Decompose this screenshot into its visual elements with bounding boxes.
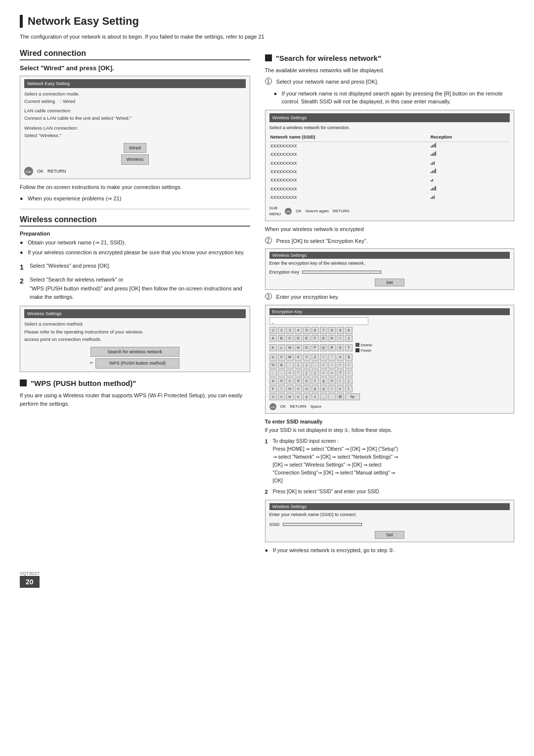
key-rparen[interactable]: ) bbox=[303, 362, 311, 369]
key-Z[interactable]: Z bbox=[312, 354, 319, 361]
key-star[interactable]: * bbox=[295, 370, 302, 377]
key-v[interactable]: v bbox=[278, 393, 285, 400]
key-S[interactable]: S bbox=[337, 344, 344, 351]
delete-btn-label[interactable]: Delete bbox=[361, 343, 372, 347]
key-![interactable]: ! bbox=[320, 354, 327, 361]
key-a[interactable]: a bbox=[269, 378, 277, 384]
key-1[interactable]: 1 bbox=[269, 327, 277, 334]
key-9[interactable]: 9 bbox=[337, 327, 344, 334]
key-u[interactable]: u bbox=[269, 393, 277, 400]
key-w[interactable]: w bbox=[286, 393, 294, 400]
key-D[interactable]: D bbox=[295, 335, 302, 342]
key-U[interactable]: U bbox=[269, 354, 277, 361]
key-quote[interactable]: " bbox=[328, 354, 336, 361]
key-3[interactable]: 3 bbox=[286, 327, 294, 334]
key-underscore[interactable]: _ bbox=[320, 393, 327, 400]
key-d[interactable]: d bbox=[295, 378, 302, 384]
key-6[interactable]: 6 bbox=[312, 327, 319, 334]
search-wireless-btn[interactable]: Search for wireless network bbox=[90, 347, 179, 357]
key-N[interactable]: N bbox=[295, 344, 302, 351]
key-P[interactable]: P bbox=[312, 344, 319, 351]
key-5[interactable]: 5 bbox=[303, 327, 311, 334]
key-lt[interactable]: < bbox=[320, 370, 327, 377]
key-tilde[interactable]: ~ bbox=[328, 362, 336, 369]
key-c[interactable]: c bbox=[286, 378, 294, 384]
key-Q[interactable]: Q bbox=[320, 344, 327, 351]
enc-set-btn[interactable]: Set bbox=[375, 279, 404, 286]
key-e[interactable]: e bbox=[303, 378, 311, 384]
key-n[interactable]: n bbox=[295, 385, 302, 392]
key-s[interactable]: s bbox=[337, 385, 344, 392]
key-b[interactable]: b bbox=[278, 378, 285, 384]
key-colon[interactable]: : bbox=[278, 370, 285, 377]
key-f[interactable]: f bbox=[312, 378, 319, 384]
key-at[interactable]: @ bbox=[337, 393, 344, 400]
key-I[interactable]: I bbox=[337, 335, 344, 342]
enc-key-field[interactable] bbox=[302, 271, 381, 274]
key-rbracket[interactable]: ] bbox=[312, 370, 319, 377]
key-2[interactable]: 2 bbox=[278, 327, 285, 334]
wired-btn[interactable]: Wired bbox=[124, 143, 146, 153]
key-gt[interactable]: > bbox=[328, 370, 336, 377]
ssid-set-btn[interactable]: Set bbox=[375, 531, 404, 539]
key-J[interactable]: J bbox=[345, 335, 353, 342]
key-semi[interactable]: ; bbox=[269, 370, 277, 377]
key-backslash[interactable]: \ bbox=[345, 362, 353, 369]
key-y[interactable]: y bbox=[303, 393, 311, 400]
key-G[interactable]: G bbox=[320, 335, 327, 342]
key-8[interactable]: 8 bbox=[328, 327, 336, 334]
key-space[interactable]: Sp bbox=[345, 393, 360, 400]
key-l[interactable]: l bbox=[278, 385, 285, 392]
key-apos[interactable]: ' bbox=[286, 362, 294, 369]
wireless-btn[interactable]: Wireless bbox=[121, 154, 149, 164]
key-o[interactable]: o bbox=[303, 385, 311, 392]
key-M[interactable]: M bbox=[286, 344, 294, 351]
key-caret[interactable]: ^ bbox=[337, 362, 344, 369]
key-lbracket[interactable]: [ bbox=[303, 370, 311, 377]
key-h[interactable]: h bbox=[328, 378, 336, 384]
key-V[interactable]: V bbox=[278, 354, 285, 361]
key-slash[interactable]: / bbox=[345, 370, 353, 377]
key-H[interactable]: H bbox=[328, 335, 336, 342]
key-equal[interactable]: = bbox=[320, 362, 327, 369]
key-amp[interactable]: & bbox=[278, 362, 285, 369]
key-hash[interactable]: # bbox=[337, 354, 344, 361]
key-question[interactable]: ? bbox=[337, 370, 344, 377]
key-7[interactable]: 7 bbox=[320, 327, 327, 334]
key-x[interactable]: x bbox=[295, 393, 302, 400]
key-K[interactable]: K bbox=[269, 344, 277, 351]
key-plus[interactable]: + bbox=[286, 370, 294, 377]
key-B[interactable]: B bbox=[278, 335, 285, 342]
key-z[interactable]: z bbox=[312, 393, 319, 400]
key-Y[interactable]: Y bbox=[303, 354, 311, 361]
finish-btn-label[interactable]: Finish bbox=[361, 348, 371, 353]
key-L[interactable]: L bbox=[278, 344, 285, 351]
key-k[interactable]: k bbox=[269, 385, 277, 392]
key-minus[interactable]: - bbox=[312, 362, 319, 369]
key-T[interactable]: T bbox=[345, 344, 353, 351]
key-lparen[interactable]: ( bbox=[295, 362, 302, 369]
key-F[interactable]: F bbox=[312, 335, 319, 342]
key-O[interactable]: O bbox=[303, 344, 311, 351]
key-q[interactable]: q bbox=[320, 385, 327, 392]
key-X[interactable]: X bbox=[295, 354, 302, 361]
key-A[interactable]: A bbox=[269, 335, 277, 342]
key-g[interactable]: g bbox=[320, 378, 327, 384]
key-E[interactable]: E bbox=[303, 335, 311, 342]
key-t[interactable]: t bbox=[345, 385, 353, 392]
key-j[interactable]: j bbox=[345, 378, 353, 384]
wps-btn[interactable]: WPS (PUSH button method) bbox=[95, 358, 179, 368]
key-i[interactable]: i bbox=[337, 378, 344, 384]
key-R[interactable]: R bbox=[328, 344, 336, 351]
key-period[interactable]: . bbox=[328, 393, 336, 400]
key-p[interactable]: p bbox=[312, 385, 319, 392]
key-percent[interactable]: % bbox=[269, 362, 277, 369]
key-C[interactable]: C bbox=[286, 335, 294, 342]
key-dollar[interactable]: $ bbox=[345, 354, 353, 361]
key-W[interactable]: W bbox=[286, 354, 294, 361]
key-r[interactable]: r bbox=[328, 385, 336, 392]
ssid-input-field[interactable] bbox=[283, 523, 362, 526]
key-4[interactable]: 4 bbox=[295, 327, 302, 334]
key-m[interactable]: m bbox=[286, 385, 294, 392]
key-0[interactable]: 0 bbox=[345, 327, 353, 334]
